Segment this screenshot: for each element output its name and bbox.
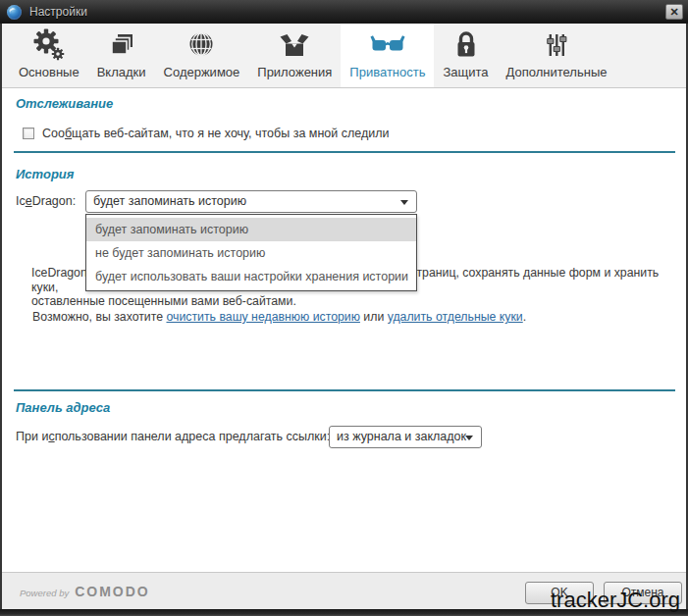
hint-text: Возможно, вы захотите (32, 310, 166, 324)
tab-general[interactable]: Основные (10, 24, 88, 87)
history-mode-dropdown: будет запоминать историю не будет запоми… (85, 214, 417, 291)
tab-label-tabs: Вкладки (97, 65, 146, 79)
stacked-pages-icon (104, 27, 139, 63)
gears-icon (31, 27, 67, 63)
tab-label-security: Защита (443, 65, 488, 79)
tab-advanced[interactable]: Дополнительные (498, 24, 616, 87)
label-part: Ic (16, 194, 26, 208)
tab-label-general: Основные (19, 65, 79, 79)
clear-recent-history-link[interactable]: очистить вашу недавнюю историю (166, 310, 359, 324)
history-mode-select[interactable]: будет запоминать историю (85, 190, 417, 213)
dropdown-option-custom[interactable]: будет использовать ваши настройки хранен… (86, 265, 416, 288)
history-description-line2: оставленные посещенными вами веб-сайтами… (31, 294, 667, 309)
label-part: пользовании панели адреса предлагать ссы… (55, 430, 331, 443)
title-bar: Настройки ✕ (0, 0, 688, 24)
address-bar-label: При использовании панели адреса предлага… (16, 430, 330, 443)
chevron-down-icon (400, 200, 408, 205)
tracking-section-header: Отслеживание (16, 96, 113, 111)
address-suggestions-select[interactable]: из журнала и закладок (329, 426, 482, 448)
tab-applications[interactable]: Приложения (248, 24, 341, 87)
tab-tabs[interactable]: Вкладки (88, 24, 155, 87)
label-part: При и (16, 430, 48, 443)
globe-icon (184, 27, 219, 63)
chevron-down-icon (465, 436, 473, 440)
privacy-panel: Отслеживание Сообщать веб-сайтам, что я … (2, 88, 686, 572)
hint-text: или (360, 310, 388, 324)
section-separator (14, 151, 675, 153)
settings-window: Настройки ✕ (0, 0, 688, 616)
padlock-icon (449, 27, 484, 63)
tab-label-applications: Приложения (257, 65, 332, 79)
tab-privacy[interactable]: Приватность (341, 24, 434, 87)
history-mode-value: будет запоминать историю (93, 194, 246, 208)
window-title: Настройки (29, 5, 87, 19)
settings-tab-bar: Основные Вкладки Содержимое (2, 24, 686, 88)
tab-label-content: Содержимое (164, 65, 240, 79)
dropdown-option-never-remember[interactable]: не будет запоминать историю (86, 241, 416, 265)
icedragon-label: IceDragon: (16, 194, 76, 208)
address-suggestions-value: из журнала и закладок (337, 430, 466, 443)
hint-text: . (523, 310, 526, 324)
label-accesskey: e (26, 194, 32, 208)
tab-label-advanced: Дополнительные (506, 65, 608, 79)
comodo-brand: COMODO (75, 584, 150, 599)
window-border-left (0, 24, 2, 616)
tab-content[interactable]: Содержимое (155, 24, 249, 87)
icedragon-logo-icon (7, 5, 22, 20)
dropdown-option-remember[interactable]: будет запоминать историю (86, 218, 416, 241)
tab-label-privacy: Приватность (349, 65, 425, 79)
label-part: Dragon: (32, 194, 76, 208)
watermark: trackerJC.org (551, 588, 680, 613)
section-separator (14, 389, 675, 391)
remove-cookies-link[interactable]: удалить отдельные куки (388, 310, 523, 324)
sliders-icon (539, 27, 574, 63)
do-not-track-label: Сообщать веб-сайтам, что я не хочу, чтоб… (42, 127, 390, 140)
history-hint: Возможно, вы захотите очистить вашу неда… (32, 310, 526, 324)
do-not-track-row: Сообщать веб-сайтам, что я не хочу, чтоб… (23, 127, 390, 140)
open-box-icon (277, 27, 312, 63)
glasses-icon (370, 27, 405, 63)
powered-by-text: Powered by (20, 588, 69, 598)
label-part: щать веб-сайтам, что я не хочу, чтобы за… (72, 127, 389, 140)
do-not-track-checkbox[interactable] (23, 128, 34, 139)
label-part: Соо (42, 127, 65, 140)
powered-by: Powered by COMODO (20, 584, 150, 599)
close-icon[interactable]: ✕ (665, 4, 683, 20)
address-bar-section-header: Панель адреса (16, 400, 110, 415)
history-section-header: История (16, 167, 74, 181)
tab-security[interactable]: Защита (434, 24, 497, 87)
